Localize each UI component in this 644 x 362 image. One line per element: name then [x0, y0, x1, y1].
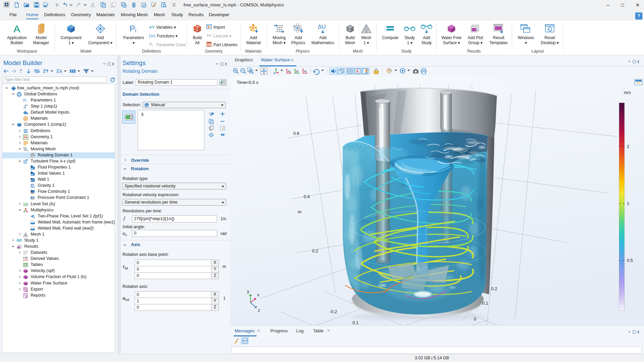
svg-text:xz: xz	[304, 69, 307, 73]
svg-text:0: 0	[474, 316, 476, 322]
svg-text:(x): (x)	[151, 34, 155, 38]
svg-text:ΔU: ΔU	[318, 24, 326, 30]
svg-text:Time=5.5 s: Time=5.5 s	[237, 80, 259, 85]
svg-text:a: a	[149, 24, 152, 29]
svg-text:P: P	[130, 24, 135, 33]
svg-text:0.4: 0.4	[304, 194, 310, 199]
svg-text:2: 2	[627, 144, 629, 149]
svg-text:yz: yz	[296, 69, 299, 73]
svg-text:0.2: 0.2	[491, 286, 497, 291]
svg-text:z: z	[258, 308, 260, 313]
svg-text:xy: xy	[287, 69, 291, 73]
svg-text:-0.2: -0.2	[330, 309, 337, 314]
svg-text:m: m	[298, 209, 302, 214]
svg-text:0.1: 0.1	[482, 301, 488, 306]
svg-text:P: P	[149, 42, 152, 47]
svg-text:x: x	[257, 293, 260, 297]
svg-text:y: y	[247, 289, 249, 294]
svg-text:0.6: 0.6	[293, 131, 299, 136]
svg-text:0.5: 0.5	[627, 258, 633, 263]
svg-text:i: i	[135, 27, 136, 34]
svg-text:0.1: 0.1	[352, 320, 359, 325]
svg-text:m/s: m/s	[624, 90, 631, 95]
svg-text:A: A	[13, 23, 20, 34]
svg-text:1: 1	[627, 201, 629, 206]
svg-text:0.2: 0.2	[312, 248, 318, 253]
svg-text:i: i	[152, 44, 153, 47]
